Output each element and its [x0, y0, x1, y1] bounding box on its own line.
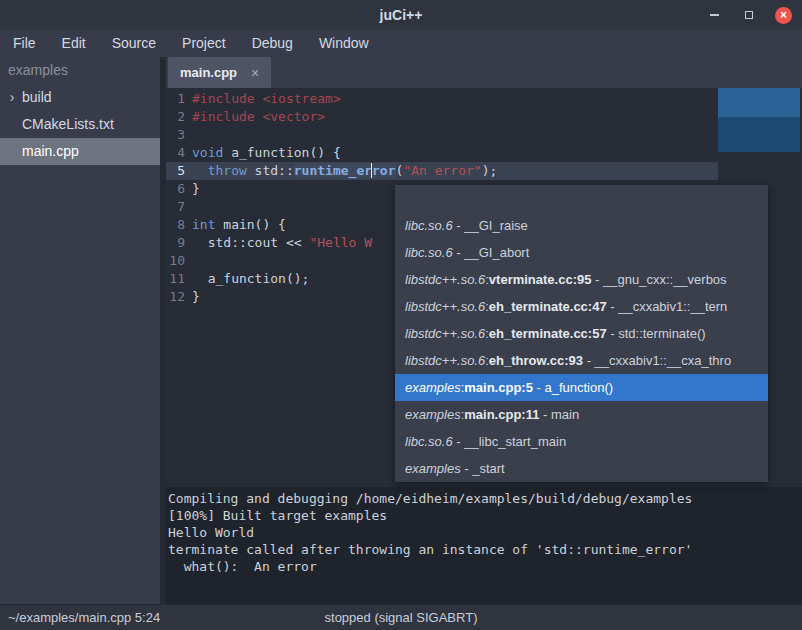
- code-line-1[interactable]: 1#include <iostream>: [166, 90, 802, 108]
- code-token: "Hello W: [309, 235, 372, 250]
- minimize-button[interactable]: [705, 6, 723, 24]
- code-token: main() {: [215, 217, 285, 232]
- code-token: throw: [208, 163, 247, 178]
- console-line: [100%] Built target examples: [168, 507, 802, 524]
- code-text: int main() {: [192, 217, 286, 232]
- code-token: "An error": [403, 163, 481, 178]
- code-text: #include <iostream>: [192, 91, 341, 106]
- line-number: 9: [166, 234, 192, 252]
- debug-tooltip-box: [718, 88, 800, 152]
- code-line-5[interactable]: 5 throw std::runtime_error("An error");: [166, 162, 802, 180]
- code-token: void: [192, 145, 223, 160]
- frame-library: libstdc++.so.6: [405, 353, 485, 368]
- line-number: 8: [166, 216, 192, 234]
- tab-close-icon[interactable]: ×: [251, 65, 259, 81]
- backtrace-popup: libc.so.6 - __GI_raiselibc.so.6 - __GI_a…: [395, 185, 768, 482]
- frame-symbol: - std::terminate(): [607, 326, 706, 341]
- close-button[interactable]: ×: [775, 7, 792, 24]
- code-token: #include: [192, 109, 262, 124]
- status-debug-state: stopped (signal SIGABRT): [0, 610, 802, 625]
- restore-button[interactable]: [740, 6, 758, 24]
- code-token: [192, 163, 208, 178]
- console-line: Hello World: [168, 524, 802, 541]
- frame-symbol: - __gnu_cxx::__verbos: [591, 272, 726, 287]
- window-controls: ×: [705, 6, 802, 24]
- code-text: #include <vector>: [192, 109, 325, 124]
- tree-item-main-cpp[interactable]: main.cpp: [0, 138, 160, 165]
- code-token: std::: [247, 163, 294, 178]
- menu-item-source[interactable]: Source: [99, 30, 169, 57]
- menu-item-file[interactable]: File: [0, 30, 49, 57]
- backtrace-item[interactable]: libc.so.6 - __libc_start_main: [395, 428, 768, 455]
- frame-symbol: - __libc_start_main: [453, 434, 566, 449]
- menu-item-edit[interactable]: Edit: [49, 30, 99, 57]
- backtrace-item[interactable]: libc.so.6 - __GI_abort: [395, 239, 768, 266]
- backtrace-item[interactable]: libstdc++.so.6:eh_terminate.cc:47 - __cx…: [395, 293, 768, 320]
- line-number: 10: [166, 252, 192, 270]
- frame-location: main.cpp:11: [464, 407, 539, 422]
- console-line: terminate called after throwing an insta…: [168, 541, 802, 558]
- backtrace-item[interactable]: examples:main.cpp:11 - main: [395, 401, 768, 428]
- console-line: Compiling and debugging /home/eidheim/ex…: [168, 490, 802, 507]
- code-token: a_function();: [192, 271, 309, 286]
- code-token: }: [192, 289, 200, 304]
- tree-item-label: build: [20, 84, 52, 111]
- code-text: throw std::runtime_error("An error");: [192, 163, 497, 178]
- tabbar: main.cpp ×: [166, 57, 802, 88]
- menu-item-debug[interactable]: Debug: [239, 30, 306, 57]
- tab-label: main.cpp: [180, 65, 237, 80]
- file-tree: ›buildCMakeLists.txtmain.cpp: [0, 84, 160, 165]
- tree-item-build[interactable]: ›build: [0, 84, 160, 111]
- tree-item-label: CMakeLists.txt: [20, 111, 114, 138]
- backtrace-item[interactable]: examples - _start: [395, 455, 768, 482]
- frame-library: examples: [405, 407, 461, 422]
- code-text: }: [192, 181, 200, 196]
- file-sidebar: examples ›buildCMakeLists.txtmain.cpp: [0, 57, 160, 604]
- window-title: juCi++: [0, 7, 802, 23]
- backtrace-item[interactable]: libstdc++.so.6:eh_terminate.cc:57 - std:…: [395, 320, 768, 347]
- code-token: a_function() {: [223, 145, 340, 160]
- line-number: 5: [166, 162, 192, 180]
- frame-symbol: - a_function(): [533, 380, 613, 395]
- frame-library: libc.so.6: [405, 218, 453, 233]
- titlebar: juCi++ ×: [0, 0, 802, 30]
- frame-symbol: - main: [539, 407, 579, 422]
- frame-library: libstdc++.so.6: [405, 326, 485, 341]
- line-number: 3: [166, 126, 192, 144]
- code-token: <vector>: [262, 109, 325, 124]
- code-text: a_function();: [192, 271, 309, 286]
- frame-symbol: - __cxxabiv1::__tern: [607, 299, 728, 314]
- line-number: 11: [166, 270, 192, 288]
- frame-symbol: - __GI_abort: [453, 245, 530, 260]
- backtrace-item[interactable]: libstdc++.so.6:eh_throw.cc:93 - __cxxabi…: [395, 347, 768, 374]
- code-line-4[interactable]: 4void a_function() {: [166, 144, 802, 162]
- tab-main-cpp[interactable]: main.cpp ×: [168, 57, 271, 88]
- frame-library: libc.so.6: [405, 434, 453, 449]
- code-text: void a_function() {: [192, 145, 341, 160]
- backtrace-item[interactable]: libc.so.6 - __GI_raise: [395, 212, 768, 239]
- code-line-3[interactable]: 3: [166, 126, 802, 144]
- backtrace-item[interactable]: libstdc++.so.6:vterminate.cc:95 - __gnu_…: [395, 266, 768, 293]
- chevron-right-icon: ›: [4, 84, 20, 111]
- backtrace-popup-list: libc.so.6 - __GI_raiselibc.so.6 - __GI_a…: [395, 212, 768, 482]
- frame-location: main.cpp:5: [464, 380, 533, 395]
- frame-location: eh_terminate.cc:47: [489, 299, 607, 314]
- frame-location: eh_throw.cc:93: [489, 353, 583, 368]
- line-number: 7: [166, 198, 192, 216]
- frame-library: examples: [405, 380, 461, 395]
- frame-symbol: - _start: [461, 461, 505, 476]
- menubar: FileEditSourceProjectDebugWindow: [0, 30, 802, 57]
- code-token: }: [192, 181, 200, 196]
- menu-item-project[interactable]: Project: [169, 30, 239, 57]
- line-number: 4: [166, 144, 192, 162]
- code-token: ror: [372, 163, 395, 178]
- code-line-2[interactable]: 2#include <vector>: [166, 108, 802, 126]
- backtrace-item[interactable]: examples:main.cpp:5 - a_function(): [395, 374, 768, 401]
- menu-item-window[interactable]: Window: [306, 30, 382, 57]
- project-name: examples: [0, 57, 160, 84]
- code-text: }: [192, 289, 200, 304]
- frame-library: libstdc++.so.6: [405, 272, 485, 287]
- frame-library: libc.so.6: [405, 245, 453, 260]
- tree-item-cmakelists-txt[interactable]: CMakeLists.txt: [0, 111, 160, 138]
- console-line: what(): An error: [168, 558, 802, 575]
